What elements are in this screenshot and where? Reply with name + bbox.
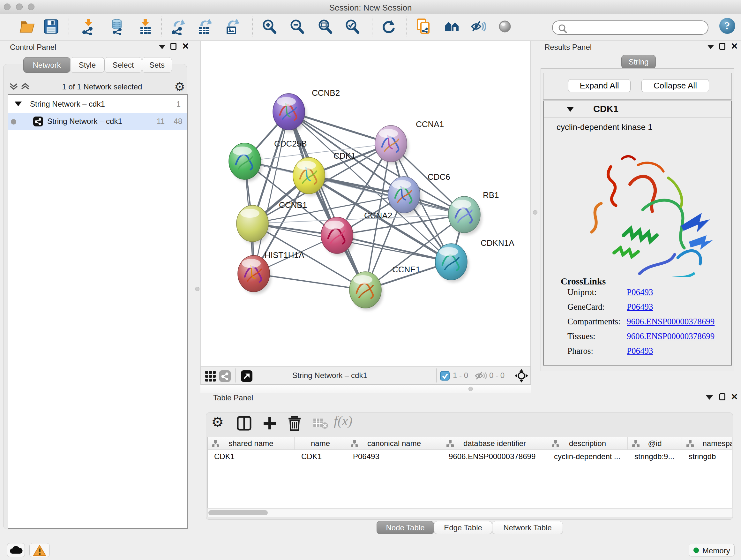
zoom-selected-button[interactable]: [344, 18, 360, 35]
cell-sharedname: CDK1: [214, 452, 293, 461]
column-header-description[interactable]: description: [548, 437, 628, 450]
node-label-CDKN1A: CDKN1A: [481, 238, 515, 248]
apply-style-button[interactable]: [381, 18, 397, 35]
crosslink-value[interactable]: P06493: [627, 287, 653, 297]
import-table-button[interactable]: [137, 18, 154, 35]
cloud-button[interactable]: [7, 543, 25, 557]
column-header-name[interactable]: name: [295, 437, 346, 450]
results-panel-float-button[interactable]: [707, 45, 714, 49]
network-options-gear-icon[interactable]: ⚙: [174, 80, 185, 94]
warning-button[interactable]: [29, 543, 50, 557]
zoom-out-button[interactable]: [289, 18, 306, 35]
network-node-CDKN1A[interactable]: CDKN1A: [435, 238, 515, 282]
control-tab-style[interactable]: Style: [70, 57, 105, 73]
control-tab-sets[interactable]: Sets: [142, 57, 172, 73]
node-label-CCNE1: CCNE1: [392, 265, 420, 274]
show-hidden-button[interactable]: [496, 18, 513, 35]
export-network-icon: [170, 18, 186, 35]
zoom-in-button[interactable]: [261, 18, 278, 35]
results-panel-close-button[interactable]: ✕: [731, 43, 738, 50]
search-icon: [558, 23, 568, 34]
network-node-CCNE1[interactable]: CCNE1: [349, 265, 420, 310]
function-builder-button[interactable]: f(x): [334, 413, 352, 428]
main-toolbar: ?: [0, 14, 741, 41]
table-tab-node-table[interactable]: Node Table: [377, 521, 434, 534]
results-panel-maximize-button[interactable]: [719, 43, 725, 50]
table-tab-network-table[interactable]: Network Table: [492, 521, 563, 534]
network-collection-row[interactable]: String Network – cdk1 1: [8, 97, 187, 112]
network-row-selected[interactable]: String Network – cdk1 11 48: [8, 113, 187, 130]
export-image-button[interactable]: [224, 18, 241, 35]
network-node-RB1[interactable]: RB1: [448, 190, 499, 235]
results-panel-title: Results Panel: [544, 43, 592, 52]
right-splitter-handle[interactable]: [533, 210, 537, 214]
collapse-all-button[interactable]: Collapse All: [642, 79, 709, 92]
zoom-in-icon: [261, 18, 278, 35]
memory-button[interactable]: Memory: [689, 544, 735, 557]
show-all-networks-button[interactable]: [444, 18, 460, 35]
help-button[interactable]: ?: [719, 17, 735, 34]
cell-databaseidentifier: 9606.ENSP00000378699: [449, 452, 546, 461]
node-label-HIST1H1A: HIST1H1A: [265, 250, 305, 260]
network-label: String Network – cdk1: [47, 117, 122, 126]
network-node-HIST1H1A[interactable]: HIST1H1A: [238, 250, 305, 294]
table-tab-edge-table[interactable]: Edge Table: [434, 521, 492, 534]
fit-selected-crosshair-icon[interactable]: [515, 369, 528, 382]
control-panel-maximize-button[interactable]: [171, 43, 177, 50]
node-label-CDK1: CDK1: [333, 151, 355, 161]
crosslink-value[interactable]: P06493: [627, 302, 653, 312]
column-header-canonicalname[interactable]: canonical name: [347, 437, 442, 450]
network-view-toolbar: String Network – cdk1 1 - 0 0 - 0: [200, 366, 531, 385]
protein-description: cyclin-dependent kinase 1: [556, 122, 653, 132]
add-column-icon[interactable]: [262, 416, 277, 431]
table-panel-float-button[interactable]: [706, 395, 713, 400]
control-panel-float-button[interactable]: [158, 45, 165, 49]
control-tab-select[interactable]: Select: [105, 57, 142, 73]
cell-namespace: stringdb: [689, 452, 732, 461]
network-graph[interactable]: CCNB2CCNA1CDC25BCDK1CDC6RB1CCNB1CCNA2CDK…: [200, 41, 531, 366]
open-folder-icon: [19, 18, 36, 35]
expand-all-button[interactable]: Expand All: [568, 79, 630, 92]
table-hscrollbar[interactable]: [207, 508, 732, 517]
memory-label: Memory: [702, 546, 730, 555]
results-tab-string[interactable]: String: [621, 55, 656, 69]
collapse-expand-icons[interactable]: [9, 82, 31, 91]
hide-selected-button[interactable]: [470, 18, 487, 35]
export-view-icon[interactable]: [241, 370, 253, 382]
control-panel-close-button[interactable]: ✕: [182, 43, 189, 50]
column-header-@id[interactable]: @id: [628, 437, 682, 450]
network-share-gray-icon[interactable]: [219, 370, 231, 382]
hidden-eye-icon[interactable]: [475, 370, 487, 381]
table-panel-maximize-button[interactable]: [719, 393, 725, 400]
column-header-sharedname[interactable]: shared name: [208, 437, 294, 450]
selected-checkbox-icon[interactable]: [440, 371, 450, 381]
network-edges: [245, 112, 464, 290]
delete-trash-icon[interactable]: [287, 415, 302, 431]
protein-section-header[interactable]: CDK1: [544, 101, 731, 118]
left-splitter-handle[interactable]: [195, 287, 199, 291]
table-header-row: shared namenamecanonical namedatabase id…: [208, 437, 732, 450]
horizontal-splitter[interactable]: [200, 385, 531, 393]
crosslink-value[interactable]: P06493: [627, 346, 653, 356]
save-session-button[interactable]: [43, 18, 59, 35]
table-columns-icon[interactable]: [237, 416, 252, 431]
network-node-CCNA1[interactable]: CCNA1: [375, 119, 444, 164]
import-network-from-database-button[interactable]: [109, 18, 126, 35]
table-row[interactable]: CDK1CDK1P064939606.ENSP00000378699cyclin…: [208, 450, 732, 463]
table-panel-close-button[interactable]: ✕: [731, 393, 738, 400]
crosslink-value[interactable]: 9606.ENSP00000378699: [627, 317, 715, 327]
zoom-fit-button[interactable]: [317, 18, 333, 35]
table-gear-icon[interactable]: ⚙: [211, 414, 224, 430]
import-network-button[interactable]: [80, 18, 97, 35]
export-network-button[interactable]: [170, 18, 186, 35]
column-header-databaseidentifier[interactable]: database identifier: [442, 437, 547, 450]
birds-eye-view-icon[interactable]: [205, 370, 216, 382]
control-tab-network[interactable]: Network: [23, 57, 70, 73]
delete-table-icon-disabled[interactable]: [313, 417, 329, 430]
search-input[interactable]: [570, 22, 704, 33]
column-header-namespace[interactable]: namespace: [682, 437, 732, 450]
clone-network-button[interactable]: [415, 18, 432, 35]
export-table-button[interactable]: [197, 18, 213, 35]
open-session-button[interactable]: [19, 18, 36, 35]
crosslink-value[interactable]: 9606.ENSP00000378699: [627, 331, 715, 341]
